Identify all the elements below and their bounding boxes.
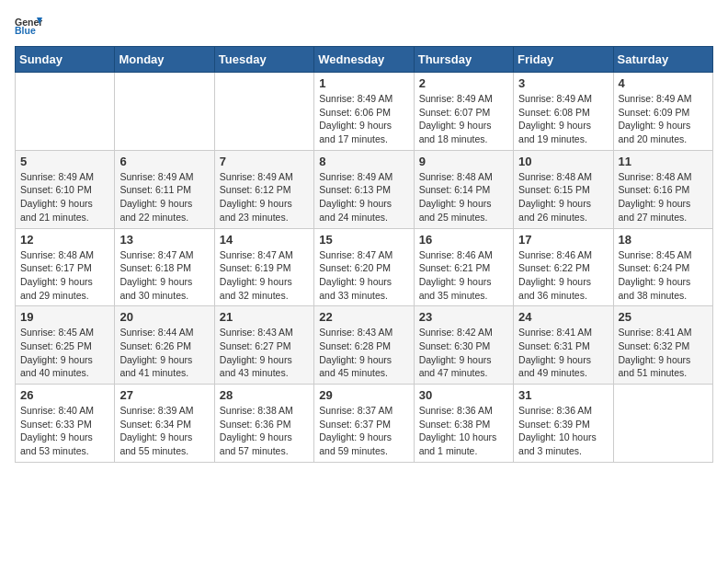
calendar-cell [16, 73, 115, 151]
day-info: Sunrise: 8:43 AM Sunset: 6:27 PM Dayligh… [220, 326, 309, 380]
day-number: 19 [20, 310, 109, 324]
day-number: 20 [119, 310, 209, 324]
weekday-saturday: Saturday [613, 47, 712, 73]
day-info: Sunrise: 8:49 AM Sunset: 6:07 PM Dayligh… [419, 92, 508, 146]
weekday-thursday: Thursday [414, 47, 513, 73]
calendar-cell: 27Sunrise: 8:39 AM Sunset: 6:34 PM Dayli… [115, 385, 214, 463]
day-number: 5 [20, 155, 109, 168]
day-number: 9 [419, 155, 508, 168]
week-row-4: 19Sunrise: 8:45 AM Sunset: 6:25 PM Dayli… [16, 306, 713, 385]
day-info: Sunrise: 8:49 AM Sunset: 6:06 PM Dayligh… [319, 92, 408, 146]
day-info: Sunrise: 8:45 AM Sunset: 6:25 PM Dayligh… [20, 326, 109, 380]
day-number: 7 [220, 155, 309, 168]
calendar-table: SundayMondayTuesdayWednesdayThursdayFrid… [15, 46, 713, 463]
day-number: 8 [319, 155, 408, 168]
weekday-sunday: Sunday [16, 47, 115, 73]
calendar-cell: 26Sunrise: 8:40 AM Sunset: 6:33 PM Dayli… [16, 385, 115, 463]
day-number: 28 [220, 388, 309, 402]
day-info: Sunrise: 8:49 AM Sunset: 6:09 PM Dayligh… [619, 92, 708, 146]
calendar-cell: 31Sunrise: 8:36 AM Sunset: 6:39 PM Dayli… [514, 385, 613, 463]
day-info: Sunrise: 8:40 AM Sunset: 6:33 PM Dayligh… [20, 404, 109, 458]
calendar-cell: 23Sunrise: 8:42 AM Sunset: 6:30 PM Dayli… [414, 306, 513, 385]
day-number: 18 [619, 233, 708, 247]
calendar-body: 1Sunrise: 8:49 AM Sunset: 6:06 PM Daylig… [16, 73, 713, 463]
calendar-cell: 8Sunrise: 8:49 AM Sunset: 6:13 PM Daylig… [314, 150, 414, 228]
weekday-friday: Friday [514, 47, 613, 73]
weekday-monday: Monday [115, 47, 214, 73]
day-number: 11 [619, 155, 708, 168]
calendar-cell: 22Sunrise: 8:43 AM Sunset: 6:28 PM Dayli… [314, 306, 414, 385]
day-number: 16 [419, 233, 508, 247]
day-info: Sunrise: 8:41 AM Sunset: 6:32 PM Dayligh… [619, 326, 708, 380]
day-info: Sunrise: 8:48 AM Sunset: 6:16 PM Dayligh… [619, 170, 708, 224]
day-number: 25 [619, 310, 708, 324]
calendar-cell: 1Sunrise: 8:49 AM Sunset: 6:06 PM Daylig… [314, 73, 414, 151]
calendar-cell: 29Sunrise: 8:37 AM Sunset: 6:37 PM Dayli… [314, 385, 414, 463]
day-number: 27 [119, 388, 209, 402]
week-row-5: 26Sunrise: 8:40 AM Sunset: 6:33 PM Dayli… [16, 385, 713, 463]
day-number: 30 [419, 388, 508, 402]
day-info: Sunrise: 8:48 AM Sunset: 6:14 PM Dayligh… [419, 170, 508, 224]
logo-icon: General Blue [15, 15, 42, 37]
calendar-cell: 5Sunrise: 8:49 AM Sunset: 6:10 PM Daylig… [16, 150, 115, 228]
calendar-cell: 2Sunrise: 8:49 AM Sunset: 6:07 PM Daylig… [414, 73, 513, 151]
calendar-cell: 20Sunrise: 8:44 AM Sunset: 6:26 PM Dayli… [115, 306, 214, 385]
day-info: Sunrise: 8:37 AM Sunset: 6:37 PM Dayligh… [319, 404, 408, 458]
day-number: 24 [518, 310, 608, 324]
day-number: 29 [319, 388, 408, 402]
calendar-cell: 18Sunrise: 8:45 AM Sunset: 6:24 PM Dayli… [613, 228, 712, 306]
day-info: Sunrise: 8:48 AM Sunset: 6:15 PM Dayligh… [518, 170, 608, 224]
calendar-cell: 7Sunrise: 8:49 AM Sunset: 6:12 PM Daylig… [214, 150, 313, 228]
calendar-cell: 16Sunrise: 8:46 AM Sunset: 6:21 PM Dayli… [414, 228, 513, 306]
day-number: 3 [518, 76, 608, 90]
day-info: Sunrise: 8:41 AM Sunset: 6:31 PM Dayligh… [518, 326, 608, 380]
day-info: Sunrise: 8:45 AM Sunset: 6:24 PM Dayligh… [619, 248, 708, 303]
day-info: Sunrise: 8:39 AM Sunset: 6:34 PM Dayligh… [119, 404, 209, 458]
week-row-2: 5Sunrise: 8:49 AM Sunset: 6:10 PM Daylig… [16, 150, 713, 228]
calendar-cell: 4Sunrise: 8:49 AM Sunset: 6:09 PM Daylig… [613, 73, 712, 151]
calendar-cell [115, 73, 214, 151]
day-info: Sunrise: 8:38 AM Sunset: 6:36 PM Dayligh… [220, 404, 309, 458]
day-number: 12 [20, 233, 109, 247]
day-number: 1 [319, 76, 408, 90]
day-info: Sunrise: 8:44 AM Sunset: 6:26 PM Dayligh… [119, 326, 209, 380]
calendar-cell: 10Sunrise: 8:48 AM Sunset: 6:15 PM Dayli… [514, 150, 613, 228]
day-info: Sunrise: 8:47 AM Sunset: 6:18 PM Dayligh… [119, 248, 209, 303]
day-info: Sunrise: 8:47 AM Sunset: 6:20 PM Dayligh… [319, 248, 408, 303]
weekday-tuesday: Tuesday [214, 47, 313, 73]
day-info: Sunrise: 8:36 AM Sunset: 6:39 PM Dayligh… [518, 404, 608, 458]
day-number: 31 [518, 388, 608, 402]
calendar-cell: 21Sunrise: 8:43 AM Sunset: 6:27 PM Dayli… [214, 306, 313, 385]
day-info: Sunrise: 8:49 AM Sunset: 6:11 PM Dayligh… [119, 170, 209, 224]
page-header: General Blue [15, 15, 713, 37]
calendar-cell: 12Sunrise: 8:48 AM Sunset: 6:17 PM Dayli… [16, 228, 115, 306]
calendar-cell: 15Sunrise: 8:47 AM Sunset: 6:20 PM Dayli… [314, 228, 414, 306]
day-info: Sunrise: 8:49 AM Sunset: 6:12 PM Dayligh… [220, 170, 309, 224]
calendar-cell: 3Sunrise: 8:49 AM Sunset: 6:08 PM Daylig… [514, 73, 613, 151]
week-row-1: 1Sunrise: 8:49 AM Sunset: 6:06 PM Daylig… [16, 73, 713, 151]
calendar-cell: 25Sunrise: 8:41 AM Sunset: 6:32 PM Dayli… [613, 306, 712, 385]
day-info: Sunrise: 8:49 AM Sunset: 6:13 PM Dayligh… [319, 170, 408, 224]
day-number: 10 [518, 155, 608, 168]
calendar-cell: 28Sunrise: 8:38 AM Sunset: 6:36 PM Dayli… [214, 385, 313, 463]
calendar-cell: 30Sunrise: 8:36 AM Sunset: 6:38 PM Dayli… [414, 385, 513, 463]
day-number: 17 [518, 233, 608, 247]
calendar-cell: 9Sunrise: 8:48 AM Sunset: 6:14 PM Daylig… [414, 150, 513, 228]
svg-text:Blue: Blue [15, 25, 36, 36]
calendar-cell: 24Sunrise: 8:41 AM Sunset: 6:31 PM Dayli… [514, 306, 613, 385]
day-info: Sunrise: 8:43 AM Sunset: 6:28 PM Dayligh… [319, 326, 408, 380]
calendar-cell [214, 73, 313, 151]
day-info: Sunrise: 8:47 AM Sunset: 6:19 PM Dayligh… [220, 248, 309, 303]
logo: General Blue [15, 15, 42, 37]
day-info: Sunrise: 8:48 AM Sunset: 6:17 PM Dayligh… [20, 248, 109, 303]
day-info: Sunrise: 8:46 AM Sunset: 6:22 PM Dayligh… [518, 248, 608, 303]
calendar-cell: 14Sunrise: 8:47 AM Sunset: 6:19 PM Dayli… [214, 228, 313, 306]
day-info: Sunrise: 8:46 AM Sunset: 6:21 PM Dayligh… [419, 248, 508, 303]
day-number: 14 [220, 233, 309, 247]
calendar-cell: 19Sunrise: 8:45 AM Sunset: 6:25 PM Dayli… [16, 306, 115, 385]
day-number: 4 [619, 76, 708, 90]
day-number: 22 [319, 310, 408, 324]
day-info: Sunrise: 8:49 AM Sunset: 6:08 PM Dayligh… [518, 92, 608, 146]
day-info: Sunrise: 8:42 AM Sunset: 6:30 PM Dayligh… [419, 326, 508, 380]
calendar-cell: 17Sunrise: 8:46 AM Sunset: 6:22 PM Dayli… [514, 228, 613, 306]
